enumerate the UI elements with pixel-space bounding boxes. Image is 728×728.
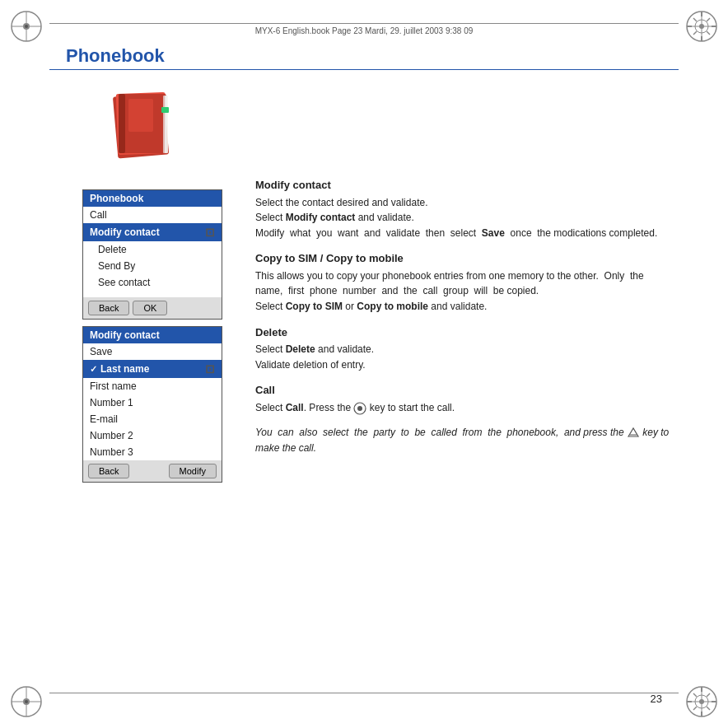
bold-save: Save — [482, 227, 505, 239]
bold-call: Call — [286, 402, 304, 413]
right-content: Modify contact Select the contact desire… — [255, 177, 670, 456]
svg-point-23 — [699, 699, 704, 704]
corner-decoration-bl — [7, 682, 46, 721]
svg-point-18 — [25, 700, 28, 703]
italic-section-call: You can also select the party to be call… — [255, 425, 670, 455]
bold-copy-sim: Copy to SIM — [286, 301, 343, 312]
sub-scroll-indicator: ⊡ — [205, 362, 215, 376]
sub-menu-item-number2[interactable]: Number 2 — [83, 427, 222, 444]
svg-rect-36 — [163, 96, 166, 153]
ok-button[interactable]: OK — [133, 301, 167, 315]
sub-menu-item-first-name[interactable]: First name — [83, 378, 222, 394]
section-title-delete: Delete — [255, 324, 670, 341]
sub-menu-header: Modify contact — [83, 327, 222, 343]
menu-item-modify-label: Modify contact — [90, 226, 160, 238]
page-title: Phonebook — [66, 45, 165, 67]
phonebook-menu: Phonebook Call Modify contact ⊡ Delete S… — [82, 189, 222, 320]
sub-back-button[interactable]: Back — [88, 464, 129, 478]
section-title-call: Call — [255, 382, 670, 399]
sub-menu: Modify contact Save Last name ⊡ First na… — [82, 326, 222, 483]
corner-decoration-br — [682, 682, 721, 721]
svg-point-4 — [25, 25, 28, 28]
corner-decoration-tl — [7, 7, 46, 46]
section-title-modify: Modify contact — [255, 177, 670, 194]
bottom-line — [49, 693, 679, 693]
svg-point-39 — [357, 406, 362, 411]
sub-menu-item-number3[interactable]: Number 3 — [83, 444, 222, 460]
bold-delete: Delete — [286, 343, 315, 355]
sub-menu-last-name-label: Last name — [100, 363, 149, 375]
bold-copy-mobile: Copy to mobile — [357, 301, 428, 312]
left-panel: Phonebook Call Modify contact ⊡ Delete S… — [82, 189, 222, 483]
modify-button[interactable]: Modify — [169, 464, 217, 478]
svg-rect-33 — [119, 94, 125, 153]
svg-point-9 — [699, 24, 704, 29]
back-button[interactable]: Back — [88, 301, 129, 315]
svg-rect-37 — [161, 107, 169, 113]
sub-menu-item-last-name[interactable]: Last name ⊡ — [83, 360, 222, 378]
bold-modify-contact: Modify contact — [286, 212, 356, 223]
title-underline — [49, 69, 679, 70]
sub-menu-item-save[interactable]: Save — [83, 343, 222, 360]
sub-menu-buttons: Back Modify — [83, 460, 222, 482]
menu-header: Phonebook — [83, 190, 222, 207]
header-text: MYX-6 English.book Page 23 Mardi, 29. ju… — [255, 26, 474, 35]
section-body-delete: Select Delete and validate. Validate del… — [255, 342, 670, 372]
corner-decoration-tr — [682, 7, 721, 46]
header-bar: MYX-6 English.book Page 23 Mardi, 29. ju… — [49, 23, 679, 35]
phonebook-image — [99, 82, 181, 165]
menu-item-call[interactable]: Call — [83, 207, 222, 223]
scroll-indicator: ⊡ — [205, 226, 215, 239]
page-number: 23 — [651, 693, 662, 705]
section-body-call: Select Call. Press the key to start the … — [255, 400, 670, 416]
sub-menu-item-email[interactable]: E-mail — [83, 411, 222, 427]
menu-buttons: Back OK — [83, 297, 222, 319]
sub-menu-item-number1[interactable]: Number 1 — [83, 394, 222, 411]
section-body-modify: Select the contact desired and validate.… — [255, 195, 670, 241]
menu-item-see-contact[interactable]: See contact — [83, 274, 222, 291]
menu-item-send-by[interactable]: Send By — [83, 258, 222, 274]
section-title-copy: Copy to SIM / Copy to mobile — [255, 250, 670, 267]
menu-item-modify-contact[interactable]: Modify contact ⊡ — [83, 223, 222, 241]
section-body-copy: This allows you to copy your phonebook e… — [255, 268, 670, 315]
menu-item-delete[interactable]: Delete — [83, 241, 222, 258]
svg-rect-34 — [128, 99, 153, 132]
